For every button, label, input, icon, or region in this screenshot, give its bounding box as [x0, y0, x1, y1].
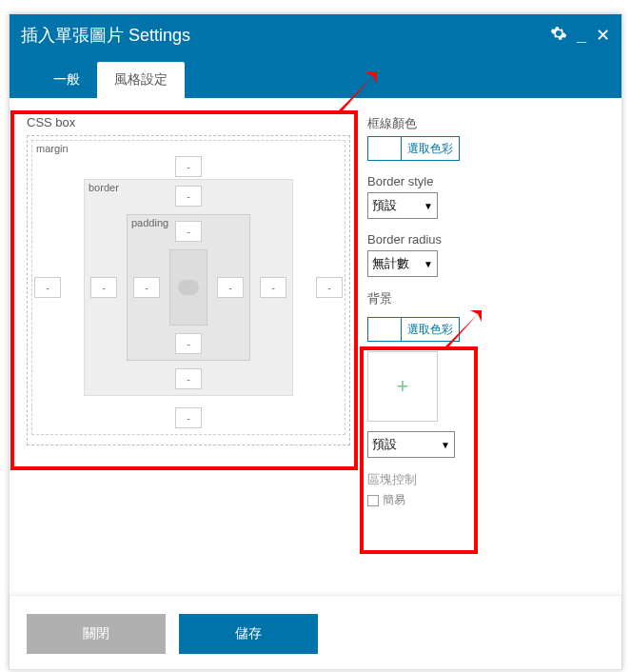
background-add-button[interactable]: +: [367, 351, 438, 422]
border-radius-label: Border radius: [367, 232, 604, 247]
tab-bar: 一般 風格設定: [10, 56, 621, 98]
modal-body[interactable]: CSS box margin border: [10, 98, 621, 595]
border-color-label: 框線顏色: [367, 115, 604, 132]
margin-label: margin: [36, 143, 69, 154]
header-actions: _ ✕: [550, 25, 610, 47]
chevron-down-icon: ▼: [424, 201, 433, 211]
margin-left-input[interactable]: [34, 277, 61, 298]
padding-layer: padding: [127, 214, 250, 361]
border-style-label: Border style: [367, 174, 604, 188]
area-control-label: 區塊控制: [367, 471, 604, 488]
area-control-group: 區塊控制 簡易: [367, 471, 604, 508]
border-layer: border padding: [84, 179, 293, 396]
background-label: 背景: [367, 290, 604, 307]
border-right-input[interactable]: [260, 277, 286, 298]
gear-icon[interactable]: [550, 25, 567, 47]
border-style-value: 預設: [372, 197, 397, 214]
margin-right-input[interactable]: [316, 277, 343, 298]
padding-bottom-input[interactable]: [175, 333, 202, 354]
minimize-icon[interactable]: _: [577, 26, 586, 46]
border-radius-select[interactable]: 無計數 ▼: [367, 250, 438, 277]
css-box-panel: CSS box margin border: [27, 115, 350, 578]
margin-top-input[interactable]: [175, 156, 202, 177]
border-bottom-input[interactable]: [175, 368, 202, 389]
border-top-input[interactable]: [175, 186, 202, 207]
background-select[interactable]: 預設 ▼: [367, 431, 455, 458]
border-style-select[interactable]: 預設 ▼: [367, 192, 438, 219]
chevron-down-icon: ▼: [441, 440, 450, 450]
modal-title: 插入單張圖片 Settings: [21, 24, 190, 47]
background-group: 背景 選取色彩 + 預設 ▼: [367, 290, 604, 458]
chevron-down-icon: ▼: [424, 259, 433, 269]
padding-right-input[interactable]: [217, 277, 244, 298]
padding-left-input[interactable]: [133, 277, 160, 298]
border-style-group: Border style 預設 ▼: [367, 174, 604, 219]
tab-style[interactable]: 風格設定: [97, 62, 185, 98]
simple-checkbox-label: 簡易: [383, 492, 405, 508]
border-radius-value: 無計數: [372, 255, 409, 272]
background-color-pick-button[interactable]: 選取色彩: [402, 317, 460, 342]
simple-checkbox[interactable]: [367, 495, 379, 506]
border-color-swatch[interactable]: [367, 136, 402, 161]
plus-icon: +: [397, 374, 409, 399]
settings-modal: 插入單張圖片 Settings _ ✕ 一般 風格設定 CSS box marg…: [9, 13, 622, 670]
close-button[interactable]: 關閉: [27, 614, 166, 654]
save-button[interactable]: 儲存: [179, 614, 318, 654]
modal-header: 插入單張圖片 Settings _ ✕: [10, 14, 621, 56]
background-color-swatch[interactable]: [367, 317, 402, 342]
right-panel: 框線顏色 選取色彩 Border style 預設 ▼ Border radiu…: [367, 115, 604, 578]
margin-bottom-input[interactable]: [175, 407, 202, 428]
modal-footer: 關閉 儲存: [10, 595, 621, 671]
background-select-value: 預設: [372, 436, 397, 453]
padding-top-input[interactable]: [175, 221, 202, 242]
border-color-pick-button[interactable]: 選取色彩: [402, 136, 460, 161]
border-color-group: 框線顏色 選取色彩: [367, 115, 604, 161]
margin-layer: margin border: [31, 140, 345, 435]
tab-general[interactable]: 一般: [36, 62, 97, 98]
border-label: border: [89, 182, 119, 193]
close-icon[interactable]: ✕: [596, 25, 610, 46]
border-left-input[interactable]: [90, 277, 117, 298]
css-box-wrap: margin border: [27, 135, 350, 445]
border-radius-group: Border radius 無計數 ▼: [367, 232, 604, 277]
padding-label: padding: [131, 217, 168, 228]
content-layer: [169, 249, 207, 326]
css-box-title: CSS box: [27, 115, 350, 129]
